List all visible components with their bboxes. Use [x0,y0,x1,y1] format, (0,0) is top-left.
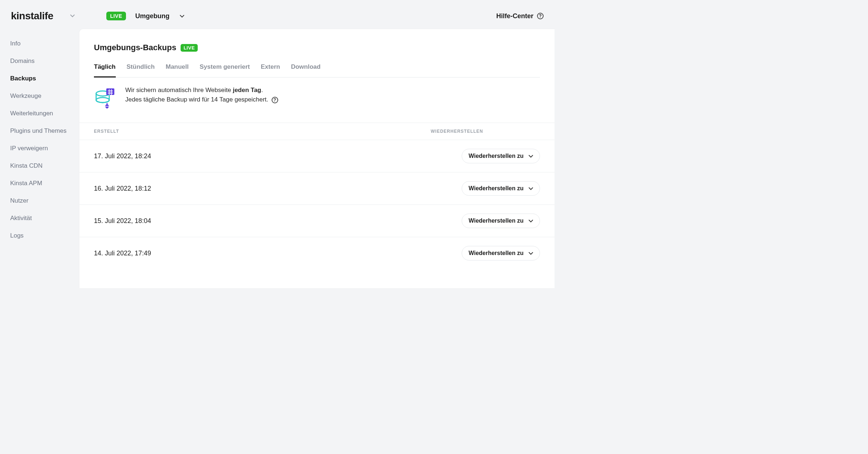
info-line1-suffix: . [261,87,263,93]
svg-point-1 [96,97,109,103]
table-row: 16. Juli 2022, 18:12 Wiederherstellen zu [79,172,555,205]
sidebar-item-info[interactable]: Info [10,35,79,52]
sidebar-item-cdn[interactable]: Kinsta CDN [10,157,79,175]
sidebar-item-users[interactable]: Nutzer [10,192,79,210]
tab-manual[interactable]: Manuell [166,63,189,77]
svg-rect-2 [106,88,114,95]
info-help-icon[interactable]: ? [272,97,278,103]
sidebar-item-domains[interactable]: Domains [10,52,79,70]
sidebar: Info Domains Backups Werkzeuge Weiterlei… [0,29,79,288]
info-text: Wir sichern automatisch Ihre Webseite je… [125,85,278,105]
sidebar-item-apm[interactable]: Kinsta APM [10,175,79,192]
backup-database-icon [94,85,117,110]
sidebar-item-ip-deny[interactable]: IP verweigern [10,140,79,157]
content-panel: Umgebungs-Backups LIVE Täglich Stündlich… [79,29,555,288]
help-center-label: Hilfe-Center [496,12,533,20]
sidebar-item-activity[interactable]: Aktivität [10,210,79,227]
question-mark-icon: ? [537,13,544,19]
brand-logo: kinstalife [11,10,53,22]
restore-button[interactable]: Wiederherstellen zu [462,181,540,196]
tab-download[interactable]: Download [291,63,320,77]
restore-button-label: Wiederherstellen zu [469,250,524,256]
env-label: Umgebung [135,12,170,20]
chevron-down-icon [529,153,533,159]
chevron-down-icon [180,15,184,18]
tab-external[interactable]: Extern [261,63,280,77]
page-title: Umgebungs-Backups [94,43,176,52]
info-line1-bold: jeden Tag [233,87,261,93]
column-header-restore: WIEDERHERSTELLEN [431,129,540,134]
env-live-pill: LIVE [106,12,126,20]
restore-button-label: Wiederherstellen zu [469,185,524,192]
backup-created-date: 14. Juli 2022, 17:49 [94,250,462,257]
sidebar-item-tools[interactable]: Werkzeuge [10,87,79,105]
chevron-down-icon [529,250,533,256]
sidebar-item-logs[interactable]: Logs [10,227,79,244]
tab-daily[interactable]: Täglich [94,63,116,77]
tab-hourly[interactable]: Stündlich [127,63,155,77]
chevron-down-icon [529,218,533,224]
backup-created-date: 16. Juli 2022, 18:12 [94,185,462,192]
backup-created-date: 15. Juli 2022, 18:04 [94,217,462,225]
chevron-down-icon [70,15,75,17]
info-line2: Jedes tägliche Backup wird für 14 Tage g… [125,96,268,103]
svg-marker-10 [105,107,109,109]
restore-button[interactable]: Wiederherstellen zu [462,214,540,228]
restore-button[interactable]: Wiederherstellen zu [462,149,540,163]
tab-system[interactable]: System generiert [200,63,250,77]
restore-button-label: Wiederherstellen zu [469,218,524,224]
table-row: 17. Juli 2022, 18:24 Wiederherstellen zu [79,140,555,172]
svg-marker-9 [105,104,109,106]
backup-created-date: 17. Juli 2022, 18:24 [94,152,462,160]
table-header: ERSTELLT WIEDERHERSTELLEN [79,123,555,140]
topbar: kinstalife LIVE Umgebung Hilfe-Center ? [0,0,555,29]
sidebar-item-plugins-themes[interactable]: Plugins und Themes [10,122,79,140]
tabs: Täglich Stündlich Manuell System generie… [94,63,540,77]
env-dropdown-toggle[interactable] [180,13,184,19]
site-dropdown-toggle[interactable] [67,11,78,21]
info-line1-prefix: Wir sichern automatisch Ihre Webseite [125,87,233,93]
live-badge: LIVE [181,44,198,52]
sidebar-item-backups[interactable]: Backups [10,70,79,87]
restore-button-label: Wiederherstellen zu [469,153,524,159]
restore-button[interactable]: Wiederherstellen zu [462,246,540,260]
table-row: 14. Juli 2022, 17:49 Wiederherstellen zu [79,237,555,269]
chevron-down-icon [529,185,533,192]
table-row: 15. Juli 2022, 18:04 Wiederherstellen zu [79,205,555,237]
help-center-link[interactable]: Hilfe-Center ? [496,12,544,20]
column-header-created: ERSTELLT [94,129,431,134]
sidebar-item-redirects[interactable]: Weiterleitungen [10,105,79,122]
